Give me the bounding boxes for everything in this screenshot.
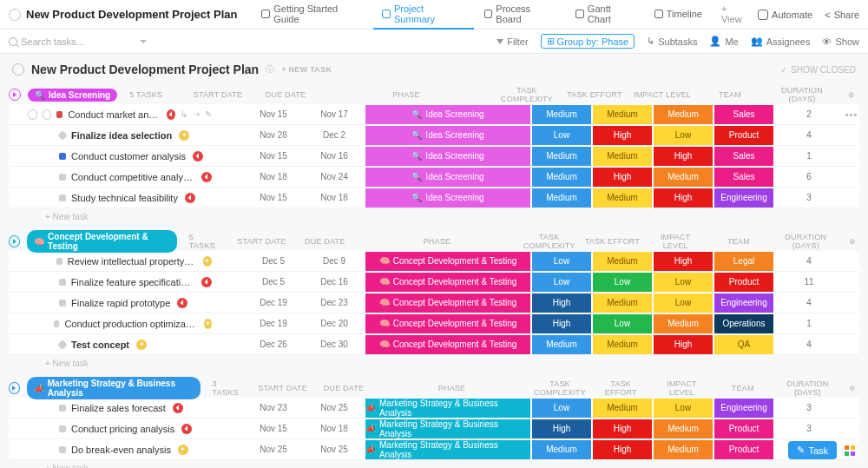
row-more[interactable]: •••: [844, 109, 859, 120]
start-date[interactable]: Nov 15: [243, 151, 304, 161]
task-title[interactable]: Conduct competitive analysis: [71, 172, 194, 182]
chevron-down-icon[interactable]: [140, 40, 147, 43]
task-row[interactable]: Review intellectual property search✦Dec …: [9, 251, 859, 272]
status-square[interactable]: [59, 194, 66, 201]
task-title[interactable]: Finalize idea selection: [71, 130, 172, 141]
effort-cell[interactable]: Medium: [593, 147, 652, 166]
phase-cell[interactable]: 🧠Concept Development & Testing: [365, 335, 530, 354]
complexity-cell[interactable]: High: [532, 314, 591, 333]
priority-badge[interactable]: ⏴: [185, 193, 195, 203]
col-complexity[interactable]: TASK COMPLEXITY: [533, 379, 587, 397]
start-date[interactable]: Dec 5: [243, 256, 304, 266]
tab-process-board[interactable]: Process Board: [476, 0, 566, 30]
task-title[interactable]: Finalize rapid prototype: [71, 298, 170, 308]
start-date[interactable]: Nov 15: [243, 109, 304, 119]
expand-circle[interactable]: [43, 109, 52, 120]
team-cell[interactable]: Engineering: [714, 293, 773, 313]
tab-project-summary[interactable]: Project Summary: [373, 0, 473, 30]
task-row[interactable]: Conduct market analysis⏴↳⇢✎Nov 15Nov 17🔍…: [9, 104, 859, 125]
due-date[interactable]: Dec 16: [304, 277, 365, 287]
phase-cell[interactable]: 🔍Idea Screening: [365, 188, 530, 208]
priority-badge[interactable]: ⏴: [201, 277, 212, 287]
duration-cell[interactable]: 1: [774, 151, 844, 161]
col-team[interactable]: TEAM: [716, 384, 770, 392]
col-phase[interactable]: PHASE: [378, 384, 526, 392]
team-cell[interactable]: Sales: [714, 105, 773, 124]
col-duration[interactable]: DURATION (DAYS): [767, 86, 837, 103]
show-closed-button[interactable]: ✓ SHOW CLOSED: [780, 65, 856, 75]
priority-badge[interactable]: ⏴: [201, 172, 212, 182]
effort-cell[interactable]: Medium: [593, 252, 652, 271]
share-button[interactable]: < Share: [825, 10, 859, 20]
phase-cell[interactable]: 🧠Concept Development & Testing: [365, 273, 530, 292]
complexity-cell[interactable]: Low: [532, 273, 591, 292]
col-duration[interactable]: DURATION (DAYS): [777, 379, 838, 397]
tab-timeline[interactable]: Timeline: [646, 0, 711, 30]
team-cell[interactable]: QA: [714, 335, 773, 354]
status-square[interactable]: [59, 174, 66, 181]
due-date[interactable]: Nov 25: [304, 403, 365, 412]
due-date[interactable]: Dec 30: [304, 339, 365, 349]
task-title[interactable]: Test concept: [71, 339, 129, 350]
due-date[interactable]: Dec 20: [304, 319, 365, 328]
col-impact[interactable]: IMPACT LEVEL: [632, 90, 693, 99]
start-date[interactable]: Dec 19: [243, 319, 304, 328]
group-chip[interactable]: 🧠Concept Development & Testing: [27, 230, 177, 253]
phase-cell[interactable]: 📣Marketing Strategy & Business Analysis: [365, 399, 530, 418]
team-cell[interactable]: Product: [714, 273, 773, 292]
col-complexity[interactable]: TASK COMPLEXITY: [521, 233, 577, 250]
col-due[interactable]: DUE DATE: [297, 237, 353, 246]
col-start[interactable]: START DATE: [233, 237, 290, 246]
start-date[interactable]: Dec 19: [243, 298, 304, 307]
task-title[interactable]: Study technical feasibility: [71, 193, 178, 203]
tab-gantt-chart[interactable]: Gantt Chart: [567, 0, 644, 30]
group-chip[interactable]: 🔍Idea Screening: [28, 89, 117, 102]
priority-badge[interactable]: ⏴: [193, 151, 203, 161]
task-row[interactable]: Test concept✦Dec 26Dec 30🧠Concept Develo…: [9, 334, 859, 355]
due-date[interactable]: Nov 24: [304, 172, 365, 181]
task-title[interactable]: Conduct pricing analysis: [71, 424, 174, 434]
due-date[interactable]: Nov 25: [304, 445, 365, 454]
phase-cell[interactable]: 📣Marketing Strategy & Business Analysis: [365, 419, 530, 438]
team-cell[interactable]: Product: [714, 126, 773, 145]
effort-cell[interactable]: Low: [593, 273, 652, 292]
task-row[interactable]: Conduct pricing analysis⏴Nov 15Nov 18📣Ma…: [9, 419, 859, 439]
col-start[interactable]: START DATE: [187, 90, 248, 99]
col-phase[interactable]: PHASE: [360, 237, 515, 246]
col-impact[interactable]: IMPACT LEVEL: [648, 233, 704, 250]
impact-cell[interactable]: Medium: [654, 440, 713, 459]
effort-cell[interactable]: Medium: [593, 105, 652, 124]
task-title[interactable]: Conduct customer analysis: [71, 151, 186, 161]
new-task-row[interactable]: + New task: [9, 208, 859, 223]
status-square[interactable]: [54, 320, 59, 327]
start-date[interactable]: Nov 15: [243, 424, 304, 433]
phase-cell[interactable]: 🔍Idea Screening: [365, 168, 530, 187]
complexity-cell[interactable]: Medium: [532, 168, 591, 187]
col-impact[interactable]: IMPACT LEVEL: [654, 379, 708, 397]
impact-cell[interactable]: High: [654, 252, 713, 271]
impact-cell[interactable]: Low: [654, 273, 713, 292]
impact-cell[interactable]: High: [654, 335, 713, 354]
impact-cell[interactable]: Medium: [654, 314, 713, 333]
task-row[interactable]: Do break-even analysis✦Nov 25Nov 25📣Mark…: [9, 439, 859, 460]
group-chip[interactable]: 📣Marketing Strategy & Business Analysis: [27, 377, 201, 399]
impact-cell[interactable]: Low: [654, 399, 713, 418]
task-row[interactable]: Finalize feature specifications⏴Dec 5Dec…: [9, 272, 859, 293]
effort-cell[interactable]: Medium: [593, 293, 652, 313]
col-effort[interactable]: TASK EFFORT: [584, 237, 641, 246]
team-cell[interactable]: Sales: [714, 168, 773, 187]
team-cell[interactable]: Legal: [714, 252, 773, 271]
status-square[interactable]: [59, 446, 66, 453]
start-date[interactable]: Dec 5: [243, 277, 304, 287]
search-input[interactable]: Search tasks...: [9, 36, 488, 47]
effort-cell[interactable]: Medium: [593, 399, 652, 418]
task-title[interactable]: Do break-even analysis: [71, 445, 171, 455]
gear-icon[interactable]: [9, 9, 21, 21]
duration-cell[interactable]: 4: [774, 298, 844, 307]
phase-cell[interactable]: 🧠Concept Development & Testing: [365, 293, 530, 313]
phase-cell[interactable]: 📣Marketing Strategy & Business Analysis: [365, 440, 530, 459]
start-date[interactable]: Nov 25: [243, 445, 304, 454]
duration-cell[interactable]: 4: [774, 130, 844, 140]
impact-cell[interactable]: Medium: [654, 105, 713, 124]
complexity-cell[interactable]: Medium: [532, 440, 591, 459]
